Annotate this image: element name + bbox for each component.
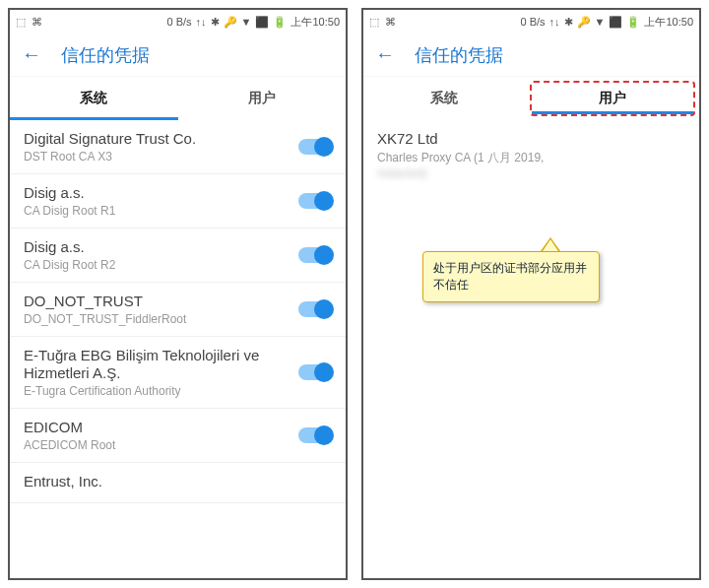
tab-user[interactable]: 用户 [178,77,347,120]
cert-sub: DST Root CA X3 [24,150,290,163]
cert-sub: CA Disig Root R2 [24,258,290,272]
annotation-callout: 处于用户区的证书部分应用并不信任 [422,251,600,302]
status-bar: ⬚ ⌘ 0 B/s ↑↓ ✱ 🔑 ▼ ⬛ 🔋 上午10:50 [10,10,346,33]
list-item[interactable]: Entrust, Inc. [10,463,346,503]
status-icon: ⬚ [369,16,379,29]
toggle-switch[interactable] [298,139,332,155]
title-bar: ← 信任的凭据 [10,33,346,77]
status-icon: ⌘ [32,16,42,29]
cert-list-user[interactable]: XK72 Ltd Charles Proxy CA (1 八月 2019, re… [363,120,699,578]
net-rate: 0 B/s [167,16,192,28]
cert-name: XK72 Ltd [377,130,677,148]
tab-system[interactable]: 系统 [363,77,526,120]
list-item[interactable]: Disig a.s. CA Disig Root R2 [10,229,346,283]
page-title: 信任的凭据 [61,43,150,67]
key-icon: 🔑 [577,16,591,29]
toggle-switch[interactable] [298,301,332,317]
list-item[interactable]: EDICOM ACEDICOM Root [10,409,346,463]
cert-name: Entrust, Inc. [24,473,324,490]
cert-list-system[interactable]: Digital Signature Trust Co. DST Root CA … [10,120,346,578]
callout-pointer-icon [541,237,560,251]
tab-user-label: 用户 [248,90,276,107]
tabs: 系统 用户 [10,77,346,120]
status-icon: ⬚ [16,16,26,29]
cert-name: E-Tuğra EBG Bilişim Teknolojileri ve Hiz… [24,347,290,382]
list-item[interactable]: Disig a.s. CA Disig Root R1 [10,174,346,229]
back-button[interactable]: ← [22,43,41,66]
updown-icon: ↑↓ [196,16,207,28]
cert-sub-blurred: redacted) [377,166,677,180]
toggle-switch[interactable] [298,427,332,443]
signal-icon: ⬛ [609,16,622,29]
tab-user[interactable]: 用户 [530,81,696,116]
bluetooth-icon: ✱ [564,16,573,29]
status-bar: ⬚ ⌘ 0 B/s ↑↓ ✱ 🔑 ▼ ⬛ 🔋 上午10:50 [363,10,699,33]
wifi-icon: ▼ [595,16,606,28]
page-title: 信任的凭据 [415,43,503,67]
back-button[interactable]: ← [375,43,395,66]
phone-left: ⬚ ⌘ 0 B/s ↑↓ ✱ 🔑 ▼ ⬛ 🔋 上午10:50 ← 信任的凭据 系… [8,8,348,580]
cert-sub: ACEDICOM Root [24,438,290,452]
clock: 上午10:50 [644,15,693,30]
cert-sub: CA Disig Root R1 [24,204,290,218]
tab-system-label: 系统 [430,90,458,107]
toggle-switch[interactable] [298,364,332,380]
list-item[interactable]: XK72 Ltd Charles Proxy CA (1 八月 2019, re… [363,120,699,190]
cert-name: EDICOM [24,419,290,436]
phone-right: ⬚ ⌘ 0 B/s ↑↓ ✱ 🔑 ▼ ⬛ 🔋 上午10:50 ← 信任的凭据 系… [361,8,701,580]
status-icon: ⌘ [385,16,396,29]
cert-name: Digital Signature Trust Co. [24,130,290,148]
list-item[interactable]: Digital Signature Trust Co. DST Root CA … [10,120,346,174]
cert-sub: Charles Proxy CA (1 八月 2019, [377,150,677,166]
list-item[interactable]: DO_NOT_TRUST DO_NOT_TRUST_FiddlerRoot [10,283,346,337]
callout-text: 处于用户区的证书部分应用并不信任 [422,251,600,302]
tabs: 系统 用户 [363,77,699,120]
battery-icon: 🔋 [626,16,640,29]
cert-sub: DO_NOT_TRUST_FiddlerRoot [24,312,290,326]
signal-icon: ⬛ [255,16,269,29]
list-item[interactable]: E-Tuğra EBG Bilişim Teknolojileri ve Hiz… [10,337,346,409]
toggle-switch[interactable] [298,247,332,263]
key-icon: 🔑 [224,16,237,29]
net-rate: 0 B/s [521,16,546,28]
clock: 上午10:50 [290,15,340,30]
tab-system-label: 系统 [80,90,107,107]
bluetooth-icon: ✱ [211,16,220,29]
wifi-icon: ▼ [241,16,252,28]
cert-name: Disig a.s. [24,238,290,256]
updown-icon: ↑↓ [549,16,560,28]
cert-name: DO_NOT_TRUST [24,293,290,310]
tab-user-label: 用户 [599,90,626,107]
battery-icon: 🔋 [273,16,287,29]
toggle-switch[interactable] [298,193,332,209]
title-bar: ← 信任的凭据 [363,33,699,77]
cert-name: Disig a.s. [24,184,290,202]
cert-sub: E-Tugra Certification Authority [24,384,290,398]
tab-system[interactable]: 系统 [10,77,178,120]
